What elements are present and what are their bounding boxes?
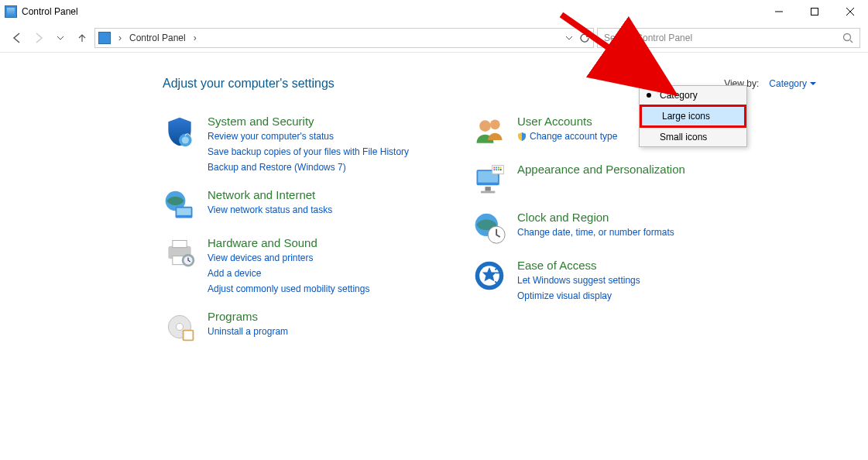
monitor-icon	[472, 163, 506, 197]
svg-rect-29	[498, 169, 499, 170]
chevron-right-icon[interactable]: ›	[190, 33, 200, 43]
category-appearance-personalization: Appearance and Personalization	[472, 163, 736, 197]
category-link[interactable]: Optimize visual display	[517, 289, 640, 303]
svg-point-16	[479, 120, 491, 132]
category-title[interactable]: System and Security	[208, 115, 409, 128]
category-link[interactable]: Let Windows suggest settings	[517, 273, 640, 287]
navbar: › Control Panel › Search Control Panel	[0, 23, 868, 53]
category-column-left: System and Security Review your computer…	[163, 115, 426, 344]
category-link[interactable]: Uninstall a program	[208, 324, 288, 338]
category-link[interactable]: Adjust commonly used mobility settings	[208, 282, 369, 296]
view-by-dropdown[interactable]: Category	[763, 76, 822, 91]
view-by-option-category[interactable]: Category	[640, 86, 746, 105]
svg-rect-26	[500, 167, 502, 169]
svg-rect-8	[173, 241, 187, 248]
svg-point-1	[844, 33, 851, 40]
forward-button[interactable]	[29, 29, 48, 47]
clock-globe-icon	[472, 211, 506, 245]
category-link-text: Change account type	[530, 129, 617, 143]
svg-rect-28	[496, 169, 497, 170]
svg-rect-24	[496, 167, 497, 169]
category-title[interactable]: Network and Internet	[208, 188, 332, 201]
recent-dropdown[interactable]	[51, 29, 70, 47]
svg-rect-27	[494, 169, 496, 170]
category-title[interactable]: Ease of Access	[517, 259, 640, 272]
category-link[interactable]: Change date, time, or number formats	[517, 225, 674, 239]
category-network-internet: Network and Internet View network status…	[163, 188, 426, 222]
ease-of-access-icon	[472, 259, 506, 293]
svg-point-17	[490, 119, 500, 129]
search-input[interactable]: Search Control Panel	[597, 28, 860, 48]
svg-rect-6	[177, 208, 190, 215]
view-by-menu: Category Large icons Small icons	[639, 85, 747, 147]
view-by-option-large-icons[interactable]: Large icons	[640, 105, 746, 128]
address-bar[interactable]: › Control Panel ›	[94, 28, 594, 48]
page-title: Adjust your computer's settings	[163, 77, 335, 91]
view-by-option-small-icons[interactable]: Small icons	[640, 128, 746, 146]
minimize-button[interactable]	[761, 0, 797, 23]
back-button[interactable]	[8, 29, 26, 47]
category-ease-of-access: Ease of Access Let Windows suggest setti…	[472, 259, 736, 303]
chevron-down-icon	[810, 81, 816, 87]
category-programs: Programs Uninstall a program	[163, 310, 426, 344]
chevron-right-icon[interactable]: ›	[115, 33, 125, 43]
category-link[interactable]: View devices and printers	[208, 251, 369, 265]
svg-rect-0	[811, 9, 818, 15]
window-title: Control Panel	[22, 6, 78, 17]
control-panel-icon	[5, 5, 17, 18]
svg-rect-21	[481, 191, 495, 194]
category-hardware-sound: Hardware and Sound View devices and prin…	[163, 236, 426, 296]
up-button[interactable]	[73, 29, 91, 47]
globe-icon	[163, 188, 197, 222]
search-icon	[842, 33, 853, 43]
category-link[interactable]: View network status and tasks	[208, 203, 332, 217]
titlebar: Control Panel	[0, 0, 868, 23]
category-link[interactable]: Save backup copies of your files with Fi…	[208, 145, 409, 159]
close-button[interactable]	[832, 0, 868, 23]
svg-rect-15	[184, 331, 193, 340]
category-title[interactable]: Appearance and Personalization	[517, 163, 685, 176]
view-by-current: Category	[769, 78, 807, 89]
refresh-icon[interactable]	[579, 33, 590, 43]
svg-point-13	[176, 323, 183, 330]
category-link[interactable]: Backup and Restore (Windows 7)	[208, 160, 409, 174]
users-icon	[472, 115, 506, 149]
category-title[interactable]: Programs	[208, 310, 288, 323]
shield-icon	[163, 115, 197, 149]
control-panel-icon	[98, 32, 111, 44]
breadcrumb-root[interactable]: Control Panel	[129, 33, 186, 43]
category-column-right: User Accounts Change account type Appear…	[472, 115, 736, 344]
svg-rect-30	[500, 169, 502, 170]
chevron-down-icon[interactable]	[565, 34, 573, 42]
svg-rect-25	[498, 167, 499, 169]
search-placeholder: Search Control Panel	[604, 33, 692, 43]
category-link[interactable]: Review your computer's status	[208, 129, 409, 143]
category-title[interactable]: User Accounts	[517, 115, 617, 128]
maximize-button[interactable]	[797, 0, 832, 23]
programs-icon	[163, 310, 197, 344]
svg-rect-20	[485, 187, 491, 191]
category-title[interactable]: Clock and Region	[517, 211, 674, 224]
category-system-security: System and Security Review your computer…	[163, 115, 426, 174]
category-link[interactable]: Change account type	[517, 129, 617, 143]
svg-point-3	[182, 136, 189, 143]
svg-rect-23	[494, 167, 496, 169]
category-link[interactable]: Add a device	[208, 266, 369, 280]
category-title[interactable]: Hardware and Sound	[208, 236, 369, 249]
uac-shield-icon	[517, 132, 527, 141]
printer-icon	[163, 236, 197, 270]
category-clock-region: Clock and Region Change date, time, or n…	[472, 211, 736, 245]
